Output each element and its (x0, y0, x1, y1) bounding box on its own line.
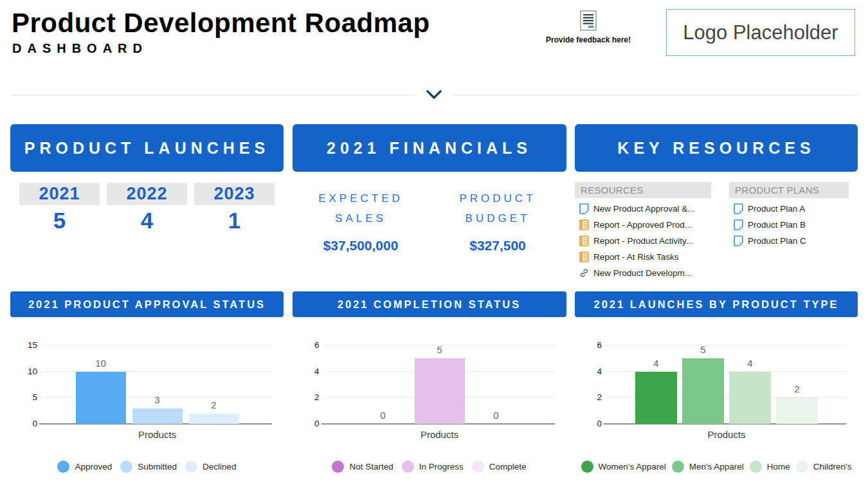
legend-item: Declined (185, 461, 237, 473)
plot-area: 0510151032 (42, 345, 272, 424)
summary-row: PRODUCT LAUNCHES 202152022420231 2021 FI… (10, 124, 858, 291)
launch-year: 20224 (107, 183, 187, 233)
collapse-section-button[interactable] (415, 86, 453, 106)
metric-value: $327,500 (440, 238, 556, 253)
resource-link[interactable]: Report - At Risk Tasks (575, 252, 711, 262)
report-icon (579, 235, 589, 246)
panel-title-financials: 2021 FINANCIALS (293, 124, 566, 172)
bar-value-label: 5 (415, 344, 465, 355)
chart-completion-status: 2021 COMPLETION STATUS 0246050 Products … (293, 291, 566, 484)
chart-legend: Not StartedIn ProgressComplete (293, 461, 566, 473)
report-icon (579, 252, 589, 262)
chart-legend: Women's ApparelMen's ApparelHomeChildren… (575, 461, 858, 473)
bar (635, 372, 677, 424)
launch-year-chip: 2022 (107, 183, 187, 205)
bar-slot: 2 (776, 345, 818, 424)
legend-label: Children's (813, 462, 852, 471)
legend-item: Complete (472, 461, 527, 473)
x-axis-label: Products (325, 429, 555, 440)
resource-link[interactable]: Report - Approved Prod... (575, 219, 711, 230)
document-icon (734, 219, 743, 230)
metric-label: PRODUCT BUDGET (440, 188, 556, 229)
financial-metrics: EXPECTED SALES$37,500,000PRODUCT BUDGET$… (293, 188, 566, 253)
resource-link[interactable]: Report - Product Activity... (575, 235, 711, 246)
resource-link-label: New Product Approval &... (593, 204, 695, 214)
resource-link[interactable]: New Product Developm... (575, 268, 711, 279)
legend-swatch (120, 461, 132, 473)
resource-link-label: New Product Developm... (593, 268, 692, 278)
resource-link[interactable]: Product Plan A (729, 203, 849, 214)
chart-launches-by-type: 2021 LAUNCHES BY PRODUCT TYPE 02464542 P… (575, 291, 858, 484)
resource-link[interactable]: New Product Approval &... (575, 203, 711, 214)
feedback-link[interactable]: Provide feedback here! (543, 10, 633, 44)
y-tick-label: 2 (295, 392, 320, 403)
legend-item: Men's Apparel (672, 461, 744, 473)
resource-link[interactable]: Product Plan B (729, 219, 849, 230)
resource-link-label: Product Plan B (748, 220, 806, 230)
resource-column-header: RESOURCES (575, 182, 711, 198)
legend-label: Home (767, 462, 790, 471)
bar (189, 414, 239, 424)
legend-swatch (57, 461, 69, 473)
bar-chart: 0246050 Products Not StartedIn ProgressC… (293, 345, 566, 473)
link-icon (579, 268, 589, 279)
page-title: Product Development Roadmap (12, 8, 430, 39)
bar-slot: 10 (76, 345, 126, 424)
y-tick-label: 0 (577, 419, 602, 429)
metric-label: EXPECTED SALES (303, 188, 419, 229)
legend-label: Declined (203, 462, 237, 471)
chart-title: 2021 COMPLETION STATUS (293, 291, 566, 317)
resource-link-label: Product Plan A (748, 204, 805, 214)
bar-value-label: 10 (76, 358, 126, 369)
legend-swatch (581, 461, 593, 473)
bar (776, 398, 818, 424)
y-tick-label: 4 (577, 367, 602, 377)
legend-swatch (796, 461, 808, 473)
legend-swatch (750, 461, 762, 473)
document-icon (579, 203, 589, 214)
bar-value-label: 0 (358, 410, 408, 421)
legend-label: Not Started (349, 462, 393, 471)
plot-area: 02464542 (607, 345, 846, 424)
y-tick-label: 2 (577, 392, 602, 403)
bar-value-label: 2 (776, 383, 818, 394)
chevron-down-icon (426, 89, 442, 102)
legend-swatch (472, 461, 484, 473)
legend-label: Approved (75, 462, 112, 471)
legend-swatch (185, 461, 197, 473)
launch-year-chip: 2021 (19, 183, 100, 205)
resource-link[interactable]: Product Plan C (729, 235, 849, 246)
legend-item: Children's (796, 461, 852, 473)
bar (729, 372, 771, 424)
bar (415, 358, 465, 424)
launch-years: 202152022420231 (10, 183, 284, 233)
resource-link-label: Report - Approved Prod... (593, 220, 692, 230)
chart-legend: ApprovedSubmittedDeclined (10, 461, 284, 473)
bars: 4542 (607, 345, 846, 424)
charts-row: 2021 PRODUCT APPROVAL STATUS 0510151032 … (10, 291, 858, 484)
y-tick-label: 10 (13, 367, 37, 377)
bar-chart: 02464542 Products Women's ApparelMen's A… (575, 345, 858, 473)
feedback-label: Provide feedback here! (543, 35, 633, 44)
financial-metric: PRODUCT BUDGET$327,500 (440, 188, 556, 253)
legend-swatch (402, 461, 414, 473)
legend-swatch (672, 461, 684, 473)
bar (132, 408, 183, 424)
bars: 050 (325, 345, 555, 424)
chart-approval-status: 2021 PRODUCT APPROVAL STATUS 0510151032 … (10, 291, 284, 484)
bar-slot: 0 (471, 345, 521, 424)
y-tick-label: 5 (13, 392, 37, 403)
page-subtitle: DASHBOARD (12, 41, 148, 56)
resource-column: PRODUCT PLANSProduct Plan AProduct Plan … (729, 182, 849, 279)
chart-title: 2021 LAUNCHES BY PRODUCT TYPE (575, 291, 858, 317)
y-tick-label: 6 (295, 340, 320, 351)
resource-columns: RESOURCESNew Product Approval &...Report… (575, 182, 858, 279)
bar-chart: 0510151032 Products ApprovedSubmittedDec… (10, 345, 284, 473)
y-tick-label: 4 (295, 367, 320, 377)
resource-column: RESOURCESNew Product Approval &...Report… (575, 182, 711, 279)
legend-item: Submitted (120, 461, 177, 473)
bar-value-label: 3 (132, 394, 183, 405)
logo-placeholder-text: Logo Placeholder (683, 21, 838, 44)
y-tick-label: 6 (577, 340, 602, 351)
y-tick-label: 0 (295, 419, 320, 429)
